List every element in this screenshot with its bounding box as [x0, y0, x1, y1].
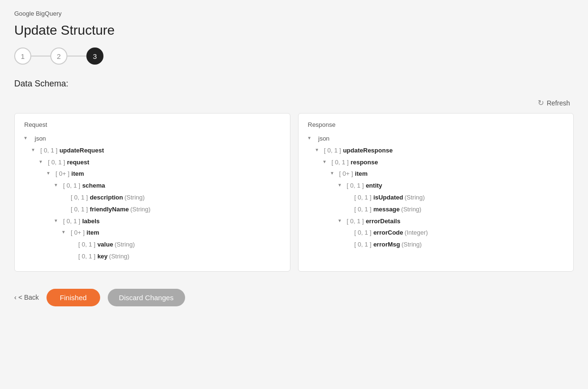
schema-panels: Request ▾ json ▾ [ 0, 1 ] updateRequest … — [14, 113, 574, 272]
tree-node: [ 0, 1 ] description (String) — [62, 193, 280, 203]
tree-node: ▾ [ 0, 1 ] updateRequest — [32, 146, 280, 156]
tree-toggle[interactable]: ▾ — [323, 158, 330, 166]
response-panel-label: Response — [308, 121, 564, 128]
refresh-icon: ↻ — [538, 98, 544, 107]
tree-toggle[interactable]: ▾ — [316, 146, 322, 154]
tree-node: ▾ [ 0+ ] item — [47, 169, 280, 179]
tree-toggle[interactable]: ▾ — [32, 146, 38, 154]
step-connector-2 — [67, 56, 86, 57]
tree-node: ▾ [ 0, 1 ] labels — [55, 217, 280, 227]
stepper: 1 2 3 — [14, 47, 574, 65]
breadcrumb-link[interactable]: Google BigQuery — [14, 10, 62, 17]
tree-node: ▾ [ 0+ ] item — [62, 228, 280, 238]
tree-node: ▾ [ 0, 1 ] request — [39, 158, 280, 168]
tree-node: ▾ [ 0, 1 ] entity — [338, 181, 564, 191]
step-connector-1 — [31, 56, 50, 57]
finished-button[interactable]: Finished — [47, 289, 100, 306]
tree-toggle[interactable]: ▾ — [55, 217, 61, 225]
step-1: 1 — [14, 47, 31, 65]
tree-node: [ 0, 1 ] isUpdated (String) — [346, 193, 564, 203]
request-panel: Request ▾ json ▾ [ 0, 1 ] updateRequest … — [14, 113, 290, 272]
schema-section-label: Data Schema: — [14, 79, 574, 89]
tree-node: ▾ json — [24, 134, 280, 144]
tree-node: ▾ [ 0+ ] item — [331, 169, 564, 179]
tree-node: [ 0, 1 ] value (String) — [70, 240, 280, 250]
footer-bar: ‹ < Back Finished Discard Changes — [14, 283, 574, 312]
refresh-row: ↻ Refresh — [14, 96, 574, 109]
tree-node: [ 0, 1 ] friendlyName (String) — [62, 205, 280, 215]
back-icon: ‹ — [14, 294, 17, 301]
tree-toggle[interactable]: ▾ — [39, 158, 46, 166]
tree-node: ▾ [ 0, 1 ] updateResponse — [316, 146, 564, 156]
step-3: 3 — [86, 47, 103, 65]
tree-toggle[interactable]: ▾ — [24, 134, 31, 142]
tree-toggle[interactable]: ▾ — [331, 169, 337, 178]
tree-node: ▾ json — [308, 134, 564, 144]
tree-node: ▾ [ 0, 1 ] schema — [55, 181, 280, 191]
back-button[interactable]: ‹ < Back — [14, 294, 39, 301]
request-panel-label: Request — [24, 121, 280, 128]
tree-toggle[interactable]: ▾ — [47, 169, 54, 178]
tree-toggle[interactable]: ▾ — [55, 181, 61, 190]
tree-toggle[interactable]: ▾ — [338, 217, 345, 225]
page-wrapper: Google BigQuery Update Structure 1 2 3 D… — [0, 0, 588, 389]
response-panel: Response ▾ json ▾ [ 0, 1 ] updateRespons… — [298, 113, 574, 272]
page-title: Update Structure — [14, 23, 574, 38]
tree-node: [ 0, 1 ] errorMsg (String) — [346, 240, 564, 250]
step-2: 2 — [50, 47, 67, 65]
tree-node: [ 0, 1 ] message (String) — [346, 205, 564, 215]
tree-node: ▾ [ 0, 1 ] errorDetails — [338, 217, 564, 227]
tree-node: [ 0, 1 ] key (String) — [70, 252, 280, 262]
refresh-button[interactable]: ↻ Refresh — [534, 96, 574, 109]
tree-node: [ 0, 1 ] errorCode (Integer) — [346, 228, 564, 238]
tree-node: ▾ [ 0, 1 ] response — [323, 158, 564, 168]
tree-toggle[interactable]: ▾ — [308, 134, 315, 142]
tree-toggle[interactable]: ▾ — [338, 181, 345, 190]
discard-changes-button[interactable]: Discard Changes — [108, 289, 185, 306]
tree-toggle[interactable]: ▾ — [62, 228, 69, 237]
